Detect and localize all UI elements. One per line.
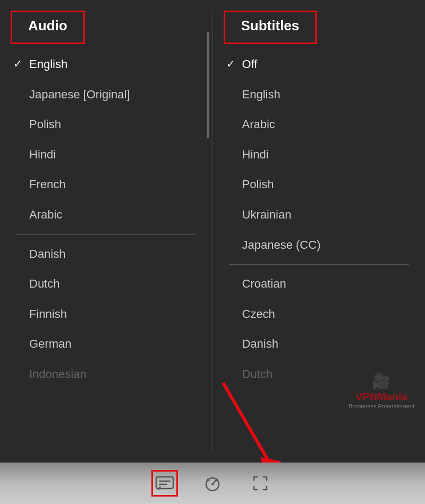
list-separator (16, 234, 197, 235)
subtitle-list-item[interactable]: Ukrainian (213, 200, 426, 230)
subtitle-list-item[interactable]: Arabic (213, 110, 426, 140)
audio-list-item[interactable]: German (0, 329, 212, 359)
subtitle-list-item[interactable]: Polish (213, 170, 426, 200)
list-separator (229, 264, 410, 265)
speed-button[interactable] (199, 470, 226, 497)
audio-column: Audio EnglishJapanese [Original]PolishHi… (0, 0, 212, 463)
subtitle-list-item[interactable]: Hindi (213, 140, 426, 170)
subtitles-header: Subtitles (225, 12, 316, 43)
audio-header-box: Audio (11, 11, 85, 44)
subtitle-list-item[interactable]: Japanese (CC) (213, 230, 426, 261)
audio-list-item[interactable]: Japanese [Original] (0, 80, 212, 110)
audio-list-item[interactable]: Finnish (0, 299, 212, 330)
audio-list-item[interactable]: Dutch (0, 269, 212, 299)
audio-list-item[interactable]: Hindi (0, 140, 212, 170)
audio-list-item[interactable]: English (0, 49, 212, 80)
subtitles-list: OffEnglishArabicHindiPolishUkrainianJapa… (213, 49, 426, 390)
svg-rect-2 (156, 477, 173, 489)
bottom-toolbar (0, 463, 425, 504)
subtitle-list-item[interactable]: Dutch (213, 359, 426, 390)
audio-header: Audio (12, 12, 83, 43)
subtitle-list-item[interactable]: Czech (213, 299, 426, 330)
subtitles-header-box: Subtitles (224, 11, 317, 44)
audio-list: EnglishJapanese [Original]PolishHindiFre… (0, 49, 212, 390)
audio-list-item[interactable]: Indonesian (0, 359, 212, 390)
scroll-indicator-audio[interactable] (207, 32, 209, 138)
audio-list-item[interactable]: Polish (0, 110, 212, 140)
audio-list-item[interactable]: Arabic (0, 200, 212, 230)
main-content: Audio EnglishJapanese [Original]PolishHi… (0, 0, 425, 463)
svg-point-7 (211, 483, 214, 485)
audio-list-item[interactable]: French (0, 170, 212, 200)
subtitle-list-item[interactable]: Croatian (213, 269, 426, 299)
subtitle-list-item[interactable]: Off (213, 49, 426, 80)
audio-list-item[interactable]: Danish (0, 239, 212, 270)
subtitle-list-item[interactable]: Danish (213, 329, 426, 359)
subtitles-column: Subtitles OffEnglishArabicHindiPolishUkr… (213, 0, 426, 463)
fullscreen-button[interactable] (247, 470, 274, 497)
subtitle-list-item[interactable]: English (213, 80, 426, 110)
subtitles-button[interactable] (151, 470, 178, 497)
